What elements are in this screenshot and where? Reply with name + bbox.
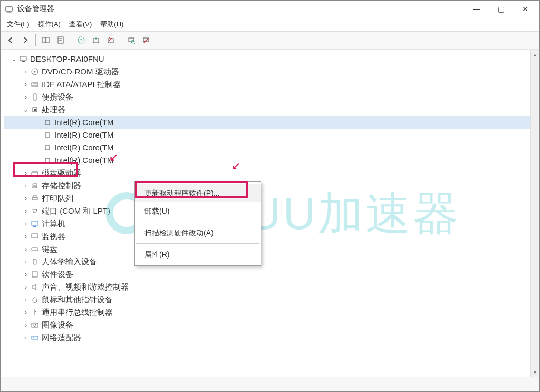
- ctx-properties[interactable]: 属性(R): [135, 245, 261, 263]
- tree-node-usb[interactable]: 通用串行总线控制器: [4, 306, 530, 319]
- svg-rect-30: [45, 158, 50, 162]
- camera-icon: [30, 320, 40, 330]
- properties-button[interactable]: [54, 33, 68, 47]
- svg-point-44: [33, 337, 34, 338]
- expand-icon[interactable]: [10, 53, 18, 65]
- scan-hardware-button[interactable]: [124, 33, 138, 47]
- tree-node-keyboard[interactable]: 键盘: [4, 243, 530, 255]
- tree-node-cpu-2[interactable]: Intel(R) Core(TM: [4, 141, 530, 154]
- tree-node-label: IDE ATA/ATAPI 控制器: [42, 78, 121, 91]
- expand-icon[interactable]: [22, 255, 30, 268]
- scroll-up-icon[interactable]: ▴: [532, 51, 539, 58]
- tree-node-cpu-0[interactable]: Intel(R) Core(TM: [4, 116, 530, 129]
- tree-node-label: DESKTOP-RAI0FNU: [30, 53, 104, 65]
- menu-action[interactable]: 操作(A): [35, 18, 64, 30]
- close-button[interactable]: ✕: [513, 1, 537, 17]
- tree-node-ide[interactable]: IDE ATA/ATAPI 控制器: [4, 78, 530, 91]
- nav-forward-button[interactable]: [18, 33, 32, 47]
- tree-node-label: 存储控制器: [42, 179, 81, 192]
- tree-node-dvd[interactable]: DVD/CD-ROM 驱动器: [4, 65, 530, 78]
- svg-rect-37: [32, 248, 38, 251]
- expand-icon[interactable]: [22, 319, 30, 331]
- menu-file[interactable]: 文件(F): [4, 18, 33, 30]
- expand-icon[interactable]: [22, 306, 30, 319]
- svg-text:?: ?: [80, 38, 82, 43]
- svg-rect-43: [32, 336, 38, 339]
- tree-node-processors[interactable]: 处理器: [4, 103, 530, 116]
- svg-rect-0: [6, 7, 12, 11]
- tree-node-cpu-1[interactable]: Intel(R) Core(TM: [4, 129, 530, 141]
- ctx-update-driver[interactable]: 更新驱动程序软件(P)...: [135, 184, 261, 202]
- expand-icon[interactable]: [22, 78, 30, 91]
- expand-icon[interactable]: [22, 103, 30, 116]
- tree-node-printq[interactable]: 打印队列: [4, 192, 530, 205]
- tree-node-label: 鼠标和其他指针设备: [42, 293, 113, 306]
- expand-icon[interactable]: [22, 179, 30, 192]
- svg-rect-38: [33, 259, 36, 264]
- show-hide-tree-button[interactable]: [39, 33, 53, 47]
- svg-rect-3: [46, 37, 49, 43]
- svg-rect-26: [34, 109, 36, 111]
- tree-node-hid[interactable]: 人体学输入设备: [4, 255, 530, 268]
- vertical-scrollbar[interactable]: ▴ ▾: [530, 50, 539, 377]
- tree-node-label: 端口 (COM 和 LPT): [42, 205, 110, 217]
- expand-icon[interactable]: [22, 331, 30, 344]
- tree-node-label: 处理器: [42, 103, 65, 116]
- tree-node-imaging[interactable]: 图像设备: [4, 319, 530, 331]
- expand-icon[interactable]: [22, 281, 30, 293]
- nav-back-button[interactable]: [4, 33, 17, 47]
- context-menu-separator: [136, 243, 259, 244]
- svg-rect-28: [45, 133, 50, 137]
- expand-icon[interactable]: [22, 192, 30, 205]
- update-driver-button[interactable]: [89, 33, 103, 47]
- menu-help[interactable]: 帮助(H): [97, 18, 127, 30]
- expand-icon[interactable]: [22, 230, 30, 243]
- svg-rect-33: [33, 196, 36, 197]
- tree-node-label: DVD/CD-ROM 驱动器: [42, 65, 119, 78]
- tree-node-disk[interactable]: 磁盘驱动器: [4, 167, 530, 179]
- maximize-button[interactable]: ▢: [489, 1, 513, 17]
- tree-node-storage[interactable]: 存储控制器: [4, 179, 530, 192]
- svg-rect-39: [32, 272, 37, 277]
- tree-node-audio[interactable]: 声音、视频和游戏控制器: [4, 281, 530, 293]
- expand-icon[interactable]: [22, 205, 30, 217]
- tree-node-computer[interactable]: 计算机: [4, 217, 530, 230]
- cpu-icon: [43, 143, 52, 152]
- titlebar: 设备管理器 — ▢ ✕: [1, 1, 539, 17]
- svg-rect-24: [33, 94, 36, 100]
- expand-icon[interactable]: [22, 293, 30, 306]
- tree-node-portable[interactable]: 便携设备: [4, 91, 530, 103]
- disable-button[interactable]: [139, 33, 153, 47]
- expand-icon[interactable]: [22, 91, 30, 103]
- expand-icon[interactable]: [22, 268, 30, 281]
- svg-point-21: [34, 71, 36, 73]
- tree-node-monitor[interactable]: 监视器: [4, 230, 530, 243]
- svg-rect-22: [32, 83, 38, 86]
- portable-device-icon: [30, 92, 40, 102]
- expand-icon[interactable]: [22, 217, 30, 230]
- ctx-uninstall[interactable]: 卸载(U): [135, 202, 261, 220]
- expand-icon[interactable]: [22, 65, 30, 78]
- toolbar: ?: [1, 31, 539, 49]
- device-tree[interactable]: 网易UU加速器 ↙ ↙ DESKTOP-RAI0FNU DVD/CD-ROM 驱…: [1, 50, 530, 377]
- computer-icon: [30, 219, 40, 228]
- tree-root[interactable]: DESKTOP-RAI0FNU: [4, 53, 530, 65]
- expand-icon[interactable]: [22, 243, 30, 255]
- monitor-icon: [30, 232, 40, 241]
- tree-node-cpu-3[interactable]: Intel(R) Core(TM: [4, 154, 530, 167]
- tree-node-network[interactable]: 网络适配器: [4, 331, 530, 344]
- tree-node-software[interactable]: 软件设备: [4, 268, 530, 281]
- controller-icon: [30, 80, 40, 89]
- tree-node-label: Intel(R) Core(TM: [54, 129, 114, 141]
- ctx-scan-hardware[interactable]: 扫描检测硬件改动(A): [135, 224, 261, 242]
- uninstall-button[interactable]: [104, 33, 118, 47]
- tree-node-ports[interactable]: 端口 (COM 和 LPT): [4, 205, 530, 217]
- svg-rect-29: [45, 146, 50, 150]
- expand-icon[interactable]: [22, 167, 30, 179]
- minimize-button[interactable]: —: [465, 1, 489, 17]
- computer-icon: [18, 54, 28, 64]
- help-button[interactable]: ?: [74, 33, 88, 47]
- menu-view[interactable]: 查看(V): [66, 18, 95, 30]
- tree-node-mouse[interactable]: 鼠标和其他指针设备: [4, 293, 530, 306]
- scroll-down-icon[interactable]: ▾: [532, 368, 539, 376]
